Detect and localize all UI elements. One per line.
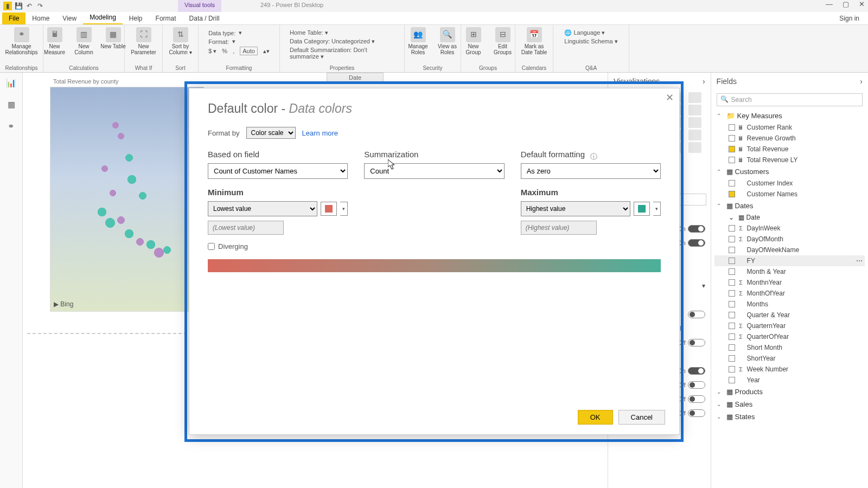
report-view-icon[interactable]: 📊: [5, 77, 17, 89]
model-view-icon[interactable]: ⚭: [5, 120, 17, 132]
tab-format[interactable]: Format: [149, 12, 183, 24]
sort-by-column-button[interactable]: ⇅Sort by Column ▾: [168, 27, 194, 55]
maximum-select[interactable]: Highest value: [521, 201, 630, 216]
format-by-select[interactable]: Color scale: [246, 127, 296, 139]
close-icon[interactable]: ✕: [859, 0, 865, 8]
toggle-background[interactable]: [688, 381, 705, 389]
field-customer-rank[interactable]: 🖩Customer Rank: [714, 122, 865, 133]
summarization-select[interactable]: Count: [364, 163, 504, 179]
minimum-select[interactable]: Lowest value: [208, 201, 317, 216]
info-icon[interactable]: ⓘ: [590, 152, 597, 162]
based-on-field-select[interactable]: Count of Customer Names: [208, 163, 348, 179]
tab-view[interactable]: View: [56, 12, 83, 24]
group-whatif: What If: [135, 64, 152, 71]
min-color-swatch[interactable]: [321, 202, 337, 216]
table-products[interactable]: ⌄▦ Products: [714, 386, 865, 398]
map-visual-title: Total Revenue by county: [53, 78, 118, 85]
manage-roles-button[interactable]: 👥Manage Roles: [405, 27, 431, 55]
field-quarternyear[interactable]: ΣQuarternYear: [714, 320, 865, 331]
table-sales[interactable]: ⌄▦ Sales: [714, 398, 865, 410]
field-dayofmonth[interactable]: ΣDayOfMonth: [714, 234, 865, 245]
redo-icon[interactable]: ↷: [36, 2, 44, 10]
view-as-roles-button[interactable]: 🔍View as Roles: [435, 27, 461, 55]
save-icon[interactable]: 💾: [14, 2, 23, 10]
new-parameter-button[interactable]: ⛶New Parameter: [131, 27, 157, 55]
dialog-close-icon[interactable]: ✕: [666, 92, 674, 104]
field-dayinweek[interactable]: ΣDayInWeek: [714, 223, 865, 234]
language-dropdown[interactable]: 🌐 Language ▾: [564, 29, 605, 36]
ribbon-tabs: File Home View Modeling Help Format Data…: [0, 12, 868, 25]
auto-decimals[interactable]: Auto: [240, 47, 258, 55]
toggle-title[interactable]: [688, 367, 705, 375]
max-color-dropdown[interactable]: ▾: [653, 202, 661, 216]
toggle-xaxis[interactable]: [688, 225, 705, 233]
ok-button[interactable]: OK: [578, 410, 613, 425]
max-color-swatch[interactable]: [634, 202, 650, 216]
min-color-dropdown[interactable]: ▾: [340, 202, 348, 216]
field-quarteryear[interactable]: Quarter & Year: [714, 310, 865, 320]
field-weeknumber[interactable]: ΣWeek Number: [714, 364, 865, 375]
toggle-border[interactable]: [688, 409, 705, 417]
diverging-checkbox[interactable]: [208, 243, 215, 250]
field-shortmonth[interactable]: Short Month: [714, 342, 865, 353]
sign-in-link[interactable]: Sign in: [831, 12, 868, 24]
field-year[interactable]: Year: [714, 375, 865, 386]
toggle-lockaspect[interactable]: [688, 395, 705, 403]
field-dayofweekname[interactable]: DayOfWeekName: [714, 245, 865, 255]
map-visual[interactable]: ▶ Bing: [50, 87, 204, 312]
undo-icon[interactable]: ↶: [25, 2, 34, 10]
tab-file[interactable]: File: [2, 12, 25, 24]
new-measure-button[interactable]: 🖩New Measure: [42, 27, 68, 55]
linguistic-schema-dropdown[interactable]: Linguistic Schema ▾: [564, 38, 617, 45]
table-key-measures[interactable]: ⌃📁 Key Measures: [714, 110, 865, 122]
subtable-date[interactable]: ⌄ ▦ Date: [714, 212, 865, 223]
table-dates[interactable]: ⌃▦ Dates: [714, 200, 865, 212]
field-months[interactable]: Months: [714, 299, 865, 310]
collapse-fields-icon[interactable]: ›: [860, 77, 863, 86]
toggle-datalabels[interactable]: [688, 339, 705, 346]
home-table-dropdown[interactable]: Home Table: ▾: [290, 29, 394, 36]
default-formatting-select[interactable]: As zero: [521, 163, 661, 179]
default-summarization-dropdown[interactable]: Default Summarization: Don't summarize ▾: [290, 47, 394, 60]
field-customer-names[interactable]: Customer Names: [714, 189, 865, 200]
data-view-icon[interactable]: ▦: [5, 99, 17, 111]
field-total-revenue-ly[interactable]: 🖩Total Revenue LY: [714, 155, 865, 165]
fields-search[interactable]: Search: [717, 93, 863, 106]
field-shortyear[interactable]: ShortYear: [714, 353, 865, 364]
data-category-dropdown[interactable]: Data Category: Uncategorized ▾: [290, 38, 394, 45]
data-colors-dialog: ✕ Default color - Data colors Format by …: [189, 88, 680, 435]
group-sort: Sort: [175, 64, 185, 71]
field-monthofyear[interactable]: ΣMonthOfYear: [714, 288, 865, 299]
toggle-showall[interactable]: [688, 311, 705, 318]
new-group-button[interactable]: ⊞New Group: [461, 27, 487, 55]
cancel-button[interactable]: Cancel: [618, 410, 665, 425]
toggle-yaxis[interactable]: [688, 239, 705, 247]
group-formatting: Formatting: [226, 64, 252, 71]
max-value-input[interactable]: [521, 221, 597, 235]
visual-tools-tab[interactable]: Visual tools: [178, 0, 221, 12]
maximize-icon[interactable]: ▢: [843, 0, 849, 8]
new-table-button[interactable]: ▦New Table: [100, 27, 126, 49]
field-total-revenue[interactable]: 🖩Total Revenue: [714, 144, 865, 155]
new-column-button[interactable]: ▥New Column: [71, 27, 97, 55]
group-qa: Q&A: [585, 64, 597, 71]
collapse-viz-icon[interactable]: ›: [703, 77, 705, 86]
tab-home[interactable]: Home: [25, 12, 56, 24]
field-monthyear[interactable]: Month & Year: [714, 266, 865, 277]
table-customers[interactable]: ⌃▦ Customers: [714, 165, 865, 178]
tab-modeling[interactable]: Modeling: [83, 11, 123, 24]
minimize-icon[interactable]: —: [826, 0, 833, 8]
table-states[interactable]: ⌄▦ States: [714, 410, 865, 423]
manage-relationships-button[interactable]: ⚭Manage Relationships: [9, 27, 35, 55]
field-revenue-growth[interactable]: 🖩Revenue Growth: [714, 133, 865, 144]
field-quarterofyear[interactable]: ΣQuarterOfYear: [714, 331, 865, 342]
field-fy[interactable]: FY⋯: [714, 255, 865, 266]
field-customer-index[interactable]: Customer Index: [714, 178, 865, 189]
mark-date-table-button[interactable]: 📅Mark as Date Table: [521, 27, 547, 55]
field-monthnyear[interactable]: ΣMonthnYear: [714, 277, 865, 288]
min-value-input[interactable]: [208, 221, 284, 235]
learn-more-link[interactable]: Learn more: [302, 129, 338, 137]
tab-data-drill[interactable]: Data / Drill: [183, 12, 226, 24]
edit-groups-button[interactable]: ⊟Edit Groups: [490, 27, 516, 55]
tab-help[interactable]: Help: [123, 12, 149, 24]
